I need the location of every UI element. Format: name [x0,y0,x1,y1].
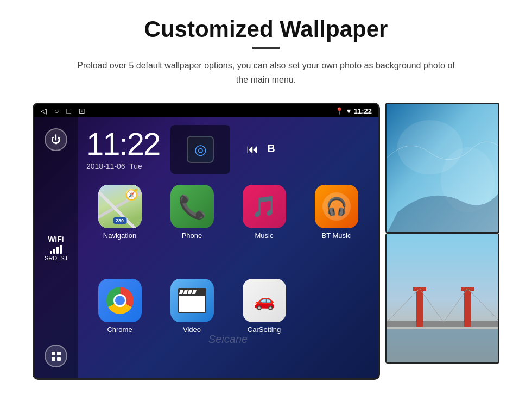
phone-glyph: 📞 [178,193,206,220]
clapper-body [178,295,206,313]
app-item-phone[interactable]: 📞 Phone [159,185,225,273]
wifi-bar-1 [50,251,52,254]
wifi-audio-icon: ◎ [194,141,207,158]
phone-icon: 📞 [170,185,214,228]
device-frame: ◁ ○ □ ⊡ 📍 ▾ 11:22 ⏻ WiFi [33,103,380,380]
grid-dot [52,357,55,361]
apps-area: 280 🧭 Navigation 📞 Phone [78,174,378,378]
clock-time: 11:22 [86,128,160,160]
power-button[interactable]: ⏻ [45,128,67,151]
clock-date: 2018-11-06 Tue [86,162,160,171]
app-item-chrome[interactable]: Chrome [86,279,153,367]
wifi-signal-icon: ▾ [347,107,351,115]
wifi-widget: WiFi SRD_SJ [45,235,67,261]
clapperboard-icon [178,288,206,313]
nav-recent-icon[interactable]: □ [66,107,71,115]
page-title: Customized Wallpaper [144,16,388,42]
bridge-svg [387,234,499,364]
svg-rect-8 [464,289,471,327]
prev-track-icon[interactable]: ⏮ [246,142,258,156]
app-label-video: Video [183,325,201,334]
wallpaper-thumbnails [385,103,499,380]
wifi-bars [45,245,67,254]
wallpaper-thumb-bridge[interactable] [385,233,499,364]
wifi-label: WiFi [45,235,67,243]
clock-area: 11:22 2018-11-06 Tue ◎ ⏮ B [78,117,378,174]
app-label-btmusic: BT Music [322,231,351,240]
app-label-phone: Phone [182,231,202,240]
app-item-navigation[interactable]: 280 🧭 Navigation [86,185,153,273]
status-bar-left: ◁ ○ □ ⊡ [41,107,85,115]
bridge-bg [387,234,498,362]
wifi-bar-4 [60,245,62,254]
app-item-video[interactable]: Video [159,279,225,367]
status-time: 11:22 [354,107,372,115]
status-bar: ◁ ○ □ ⊡ 📍 ▾ 11:22 [34,104,378,117]
grid-dot [52,352,55,355]
power-icon: ⏻ [51,134,61,146]
nav-map: 280 🧭 [98,185,142,228]
app-label-chrome: Chrome [107,325,132,334]
clapper-stripe [183,290,187,294]
clapper-stripe [192,290,196,294]
track-label: B [267,142,275,156]
apps-grid-icon [52,352,61,361]
page-subtitle: Preload over 5 default wallpaper options… [76,59,456,86]
bluetooth-glyph: 🎧 [326,196,347,217]
video-icon [170,279,214,322]
main-screen: ⏻ WiFi SRD_SJ [34,117,378,378]
title-divider [252,47,280,49]
location-icon: 📍 [335,107,344,115]
clapper-stripe [179,290,183,294]
nav-home-icon[interactable]: ○ [54,107,59,115]
carsetting-icon: 🚗 [243,279,286,322]
svg-rect-7 [413,287,426,291]
status-bar-right: 📍 ▾ 11:22 [335,107,372,115]
music-icon: 🎵 [243,185,286,228]
svg-rect-6 [416,289,423,327]
wifi-bar-3 [56,247,59,254]
navigation-icon: 280 🧭 [98,185,142,228]
app-item-carsetting[interactable]: 🚗 CarSetting [231,279,297,367]
main-content: 11:22 2018-11-06 Tue ◎ ⏮ B [78,117,378,378]
device-wrapper: ◁ ○ □ ⊡ 📍 ▾ 11:22 ⏻ WiFi [33,103,499,380]
clock-display: 11:22 2018-11-06 Tue [86,128,160,171]
grid-dot [57,352,61,355]
chrome-icon [98,279,142,322]
nav-shield: 280 [113,217,126,224]
bt-icon-container: 🎧 [322,192,351,221]
nav-arrow-icon: 🧭 [125,188,138,201]
media-icon: ◎ [187,136,214,163]
apps-button[interactable] [45,345,67,367]
svg-rect-9 [461,287,474,291]
app-item-btmusic[interactable]: 🎧 BT Music [303,185,370,273]
svg-rect-5 [387,321,499,327]
ice-bg [387,104,498,232]
wifi-network: SRD_SJ [45,255,67,261]
app-label-navigation: Navigation [103,231,136,240]
car-glyph: 🚗 [254,290,275,311]
nav-back-icon[interactable]: ◁ [41,107,47,115]
music-note-glyph: 🎵 [251,195,277,218]
media-controls: ⏮ B [246,142,275,156]
svg-rect-4 [387,329,499,364]
app-item-music[interactable]: 🎵 Music [231,185,297,273]
media-widget: ◎ [170,125,230,174]
chrome-ring [106,287,134,314]
ice-svg [387,104,499,233]
nav-capture-icon[interactable]: ⊡ [79,107,85,115]
grid-dot [57,357,61,361]
btmusic-icon: 🎧 [315,185,358,228]
wifi-bar-2 [53,249,55,254]
clapper-stripe [187,290,192,294]
app-label-carsetting: CarSetting [248,325,281,334]
chrome-center [113,294,126,307]
chrome-icon-inner [98,279,142,322]
left-sidebar: ⏻ WiFi SRD_SJ [34,117,78,378]
wallpaper-thumb-ice[interactable] [385,103,499,233]
app-label-music: Music [255,231,274,240]
